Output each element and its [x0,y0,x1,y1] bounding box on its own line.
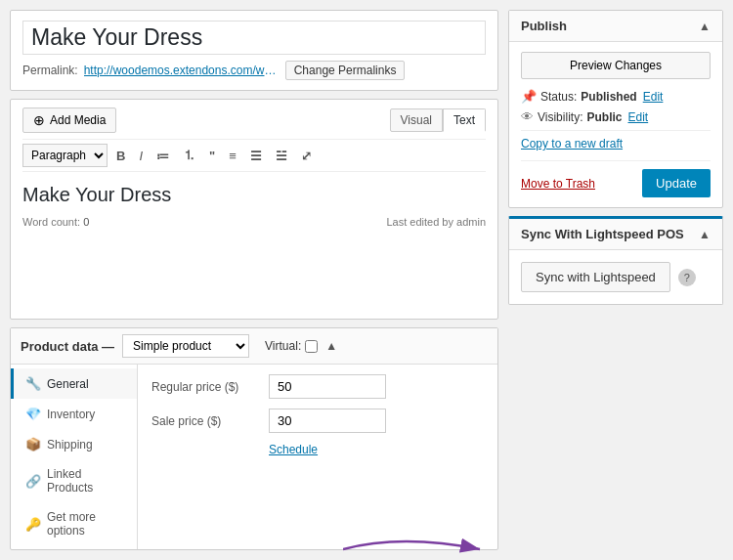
schedule-link[interactable]: Schedule [269,443,484,456]
change-permalinks-button[interactable]: Change Permalinks [285,61,406,80]
product-type-select[interactable]: Simple product [122,334,249,358]
italic-button[interactable]: I [134,147,148,165]
tab-visual[interactable]: Visual [390,108,443,132]
align-right-button[interactable]: ☱ [271,147,292,165]
editor-view-tabs: Visual Text [390,108,486,132]
format-toolbar: Paragraph B I ≔ ⒈ " ≡ ☰ ☱ ⤢ [22,139,486,172]
regular-price-input[interactable] [269,374,386,399]
unordered-list-button[interactable]: ≔ [151,147,174,165]
help-icon[interactable]: ? [678,269,696,286]
tab-get-more-options[interactable]: 🔑 Get more options [11,502,137,545]
sale-price-input[interactable] [269,409,386,433]
status-label: Status: [540,90,577,104]
tab-linked-products[interactable]: 🔗 Linked Products [11,459,137,502]
regular-price-label: Regular price ($) [151,380,259,394]
tab-general-label: General [47,377,89,391]
tab-get-more-options-label: Get more options [47,510,125,538]
update-button[interactable]: Update [642,169,711,197]
editor-content: Make Your Dress [22,180,486,210]
sync-title: Sync With Lightspeed POS [521,227,684,241]
fullscreen-button[interactable]: ⤢ [296,147,317,165]
product-tabs: 🔧 General 💎 Inventory 📦 Shipping 🔗 Linke… [11,365,138,549]
publish-collapse-button[interactable]: ▲ [699,20,711,33]
tab-shipping[interactable]: 📦 Shipping [11,429,137,459]
publish-title: Publish [521,19,567,33]
move-to-trash-link[interactable]: Move to Trash [521,177,595,191]
permalink-label: Permalink: [22,64,78,77]
linked-products-icon: 🔗 [25,474,41,489]
bold-button[interactable]: B [111,147,130,165]
status-icon: 📌 [521,89,537,104]
tab-linked-products-label: Linked Products [47,467,125,495]
media-icon: ⊕ [33,112,45,128]
word-count-value: 0 [83,216,89,228]
tab-inventory[interactable]: 💎 Inventory [11,399,137,429]
visibility-edit-link[interactable]: Edit [627,110,648,124]
format-select[interactable]: Paragraph [22,144,108,167]
publish-panel: Publish ▲ Preview Changes 📌 Status: Publ… [508,10,723,208]
visibility-label: Visibility: [538,110,582,124]
title-panel: Permalink: http://woodemos.extendons.com… [10,10,498,91]
permalink-url[interactable]: http://woodemos.extendons.com/woolspos/?… [84,64,280,77]
tab-shipping-label: Shipping [47,438,93,452]
product-tab-content: Regular price ($) Sale price ($) Schedul… [138,365,497,549]
status-value: Published [581,90,636,104]
shipping-icon: 📦 [25,437,41,452]
visibility-icon: 👁 [521,109,534,124]
get-more-options-icon: 🔑 [25,517,41,532]
align-left-button[interactable]: ≡ [224,147,241,165]
sync-collapse-button[interactable]: ▲ [699,228,711,241]
general-icon: 🔧 [25,376,41,391]
product-data-label: Product data — [21,339,114,354]
add-media-button[interactable]: ⊕ Add Media [22,108,116,133]
tab-general[interactable]: 🔧 General [11,368,137,399]
editor-panel: ⊕ Add Media Visual Text Paragraph B I ≔ … [10,99,498,320]
word-count-label: Word count: 0 [22,216,89,228]
inventory-icon: 💎 [25,407,41,421]
visibility-value: Public [586,110,622,124]
ordered-list-button[interactable]: ⒈ [178,145,200,166]
product-data-panel: Product data — Simple product Virtual: ▲… [10,327,498,550]
blockquote-button[interactable]: " [204,147,220,165]
last-edited-label: Last edited by admin [386,216,486,228]
post-title-input[interactable] [22,21,486,55]
align-center-button[interactable]: ☰ [245,147,267,165]
status-edit-link[interactable]: Edit [643,90,664,104]
sale-price-label: Sale price ($) [151,414,259,428]
product-data-collapse-button[interactable]: ▲ [325,339,337,353]
tab-text[interactable]: Text [443,108,486,132]
preview-changes-button[interactable]: Preview Changes [521,52,711,79]
virtual-checkbox[interactable] [305,340,318,353]
sync-with-lightspeed-button[interactable]: Sync with Lightspeed [521,262,670,292]
sync-panel: Sync With Lightspeed POS ▲ Sync with Lig… [508,216,723,305]
virtual-label: Virtual: [265,339,301,353]
copy-to-draft-link[interactable]: Copy to a new draft [521,137,711,151]
tab-inventory-label: Inventory [47,408,95,421]
